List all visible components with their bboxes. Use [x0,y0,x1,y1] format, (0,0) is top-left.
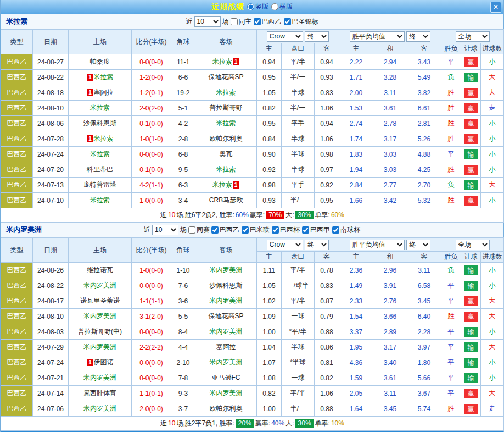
away-team-name[interactable]: 米拉索 [212,58,232,65]
league-filter[interactable]: 巴西杯 [272,225,300,235]
europe-draw-odds-cell: 3.03 [373,162,407,178]
europe-odds-select[interactable]: 胜平负均值 [350,240,405,250]
home-team-name[interactable]: 米内罗美洲 [83,281,116,289]
match-row: 巴西乙24-08-26维拉诺瓦1-0(0-0)1-10米内罗美洲1.11平/半0… [1,263,504,278]
same-competition-filter[interactable]: 同赛 [188,225,210,235]
home-team-name[interactable]: 伊图诺 [94,358,114,366]
home-team-name[interactable]: 科里蒂巴 [87,165,113,173]
match-date-cell: 24-08-06 [33,116,69,131]
away-team-name[interactable]: 塞阿拉 [216,343,236,351]
scope-select[interactable]: 全场 [456,31,490,42]
home-team-name[interactable]: 帕桑度 [90,58,110,65]
home-team-name[interactable]: 累西腓体育 [83,389,116,397]
away-team-name[interactable]: 欧帕尔利奥 [210,135,243,142]
goals-result-cell: 小 [481,116,504,131]
asian-odds-stage-select[interactable]: 终 [305,31,329,42]
bookmaker-select[interactable]: Crow [267,31,303,42]
scope-select[interactable]: 全场 [456,240,490,250]
close-button[interactable]: ✕ [490,2,501,13]
home-team-name[interactable]: 普拉斯哥野(中) [78,328,122,335]
home-team-name[interactable]: 米内罗美洲 [83,405,116,412]
away-team-name[interactable]: 米内罗美洲 [210,328,243,335]
away-team-name[interactable]: 欧帕尔利奥 [210,405,243,412]
away-team-cell: 欧帕尔利奥 [195,131,257,147]
home-team-name[interactable]: 米拉索 [94,135,114,142]
league-filter[interactable]: 巴米联 [242,225,270,235]
league-filter[interactable]: 南球杯 [332,225,360,235]
scope-header-cell: 全场 [441,238,504,252]
red-card-badge: 1 [87,359,93,366]
home-team-name[interactable]: 诺瓦里圣蒂诺 [80,297,120,304]
europe-draw-odds-cell: 3.66 [373,309,407,324]
home-team-name[interactable]: 庞特普雷塔 [83,181,116,189]
away-team-name[interactable]: 普拉斯哥野 [210,104,243,112]
away-team-name[interactable]: 米内罗美洲 [210,358,243,366]
europe-away-odds-cell: 2.81 [407,116,441,131]
horizontal-layout-radio[interactable] [271,3,278,10]
away-team-name[interactable]: 亚马逊FC [212,374,240,381]
away-team-cell: 奥瓦 [195,147,257,162]
same-venue-checkbox[interactable] [231,18,238,25]
vertical-layout-radio[interactable] [247,3,254,10]
result-cell: 胜 [441,131,461,147]
home-team-name[interactable]: 米拉索 [90,150,110,158]
europe-home-odds-cell: 1.83 [339,147,373,162]
away-team-name[interactable]: 米内罗美洲 [210,266,243,274]
match-count-select[interactable]: 10 [194,16,221,27]
league-filter[interactable]: 巴西甲 [302,225,330,235]
same-venue-filter[interactable]: 同主 [231,17,252,26]
league-checkbox[interactable] [211,226,219,234]
away-team-name[interactable]: 奥瓦 [220,150,233,158]
away-team-name[interactable]: CRB马瑟欧 [209,196,243,204]
europe-home-odds-cell: 1.71 [339,70,373,85]
home-team-name[interactable]: 维拉诺瓦 [87,266,113,274]
league-checkbox[interactable] [332,226,339,234]
away-team-name[interactable]: 米拉索 [216,165,236,173]
match-date-cell: 24-07-28 [33,131,69,147]
same-competition-checkbox[interactable] [188,226,195,234]
away-team-name[interactable]: 米拉索 [216,88,236,96]
europe-odds-header-cell: 胜平负均值 终 [339,238,441,252]
corner-cell: 6-3 [171,178,195,193]
home-team-name[interactable]: 沙佩科恩斯 [83,119,116,127]
asian-home-odds-cell: 1.07 [257,355,282,370]
bookmaker-select[interactable]: Crow [267,240,303,250]
league-checkbox[interactable] [242,226,249,234]
europe-odds-select[interactable]: 胜平负均值 [350,31,405,42]
europe-odds-stage-select[interactable]: 终 [406,240,430,250]
home-team-name[interactable]: 塞阿拉 [94,88,114,96]
league-checkbox[interactable] [254,18,261,25]
away-team-name[interactable]: 米拉索 [212,181,232,189]
home-team-name[interactable]: 米拉索 [90,104,110,112]
away-team-name[interactable]: 保地花高SP [208,73,243,81]
away-team-name[interactable]: 米内罗美洲 [210,297,243,304]
col-header-league: 类型 [1,30,33,54]
league-filter[interactable]: 巴圣锦标 [284,17,318,26]
europe-home-odds-cell: 1.53 [339,101,373,116]
away-team-name[interactable]: 米内罗美洲 [210,389,243,397]
away-team-name[interactable]: 沙佩科恩斯 [210,281,243,289]
home-team-name[interactable]: 米内罗美洲 [83,374,116,381]
league-filter[interactable]: 巴西乙 [254,17,282,26]
europe-draw-odds-cell: 3.91 [373,278,407,293]
away-team-name[interactable]: 保地花高SP [208,312,243,320]
match-count-select[interactable]: 10 [152,225,178,235]
layout-option-vertical[interactable]: 竖版 [247,2,268,12]
home-team-name[interactable]: 米内罗美洲 [83,343,116,351]
handicap-result-badge: 输 [464,265,478,275]
europe-odds-stage-select[interactable]: 终 [406,31,430,42]
layout-option-horizontal[interactable]: 横版 [271,2,293,12]
league-filter[interactable]: 巴西乙 [211,225,239,235]
asian-away-odds-cell: 0.86 [315,340,339,355]
asian-odds-stage-select[interactable]: 终 [305,240,329,250]
league-checkbox[interactable] [272,226,279,234]
asian-away-odds-cell: 0.88 [315,401,339,417]
home-team-name[interactable]: 米拉索 [94,73,114,81]
home-team-name[interactable]: 米拉索 [90,196,110,204]
match-row: 巴西乙24-07-10米拉索1-0(0-0)3-4CRB马瑟欧0.93半/一0.… [1,193,504,208]
league-checkbox[interactable] [284,18,291,25]
league-checkbox[interactable] [302,226,309,234]
europe-away-odds-cell: 3.11 [407,263,441,278]
away-team-name[interactable]: 米拉索 [216,119,236,127]
home-team-name[interactable]: 米内罗美洲 [83,312,116,320]
